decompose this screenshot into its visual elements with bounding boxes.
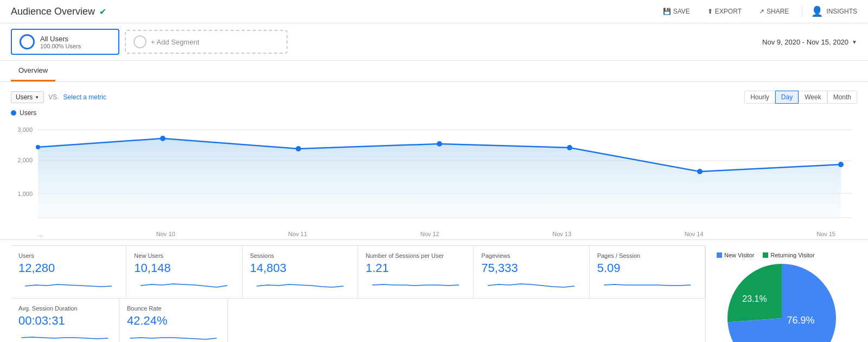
metric-users-label: Users [18, 252, 118, 259]
chart-controls: Users ▼ VS. Select a metric Hourly Day W… [11, 91, 857, 104]
svg-point-10 [296, 146, 301, 151]
pie-legend-dot-returning [763, 252, 768, 258]
svg-text:3,000: 3,000 [17, 126, 33, 133]
x-label-6: Nov 15 [816, 231, 835, 237]
metric-avg-session-value: 00:03:31 [18, 314, 111, 328]
tab-overview[interactable]: Overview [11, 61, 55, 81]
x-label-2: Nov 11 [288, 231, 307, 237]
metric-new-users-label: New Users [134, 252, 234, 259]
verified-icon: ✔ [99, 7, 106, 17]
header: Audience Overview ✔ 💾 SAVE ⬆ EXPORT ↗ SH… [0, 0, 868, 23]
add-segment-label: + Add Segment [151, 38, 199, 46]
header-left: Audience Overview ✔ [11, 6, 106, 17]
pie-legend-label-new: New Visitor [724, 252, 754, 258]
x-label-4: Nov 13 [552, 231, 571, 237]
segments-bar: All Users 100.00% Users + Add Segment No… [0, 23, 868, 61]
save-button[interactable]: 💾 SAVE [659, 5, 694, 17]
svg-point-11 [437, 141, 442, 147]
metric-sessions-per-user-value: 1.21 [366, 261, 465, 275]
segment-info: All Users 100.00% Users [40, 35, 81, 49]
metric-sessions-per-user: Number of Sessions per User 1.21 [358, 246, 474, 299]
pie-section: New Visitor Returning Visitor [705, 245, 857, 342]
tabs-bar: Overview [0, 61, 868, 82]
metric-bounce-rate: Bounce Rate 42.24% [119, 299, 228, 342]
svg-text:76.9%: 76.9% [787, 315, 814, 326]
svg-text:23.1%: 23.1% [742, 294, 767, 303]
svg-text:1,000: 1,000 [17, 191, 33, 197]
x-label-0: ... [38, 231, 43, 237]
metric-new-users-value: 10,148 [134, 261, 234, 275]
metrics-grid-row1: Users 12,280 New Users 10,148 Sessions 1… [11, 245, 705, 299]
svg-text:2,000: 2,000 [17, 157, 33, 163]
chart-section: Users ▼ VS. Select a metric Hourly Day W… [0, 82, 868, 239]
share-button[interactable]: ↗ SHARE [755, 5, 793, 17]
metrics-section: Users 12,280 New Users 10,148 Sessions 1… [0, 239, 868, 342]
pie-legend-new: New Visitor [717, 252, 754, 258]
insights-button[interactable]: 👤 INSIGHTS [811, 5, 857, 17]
pie-chart-container: 76.9% 23.1% [727, 264, 836, 342]
date-range-picker[interactable]: Nov 9, 2020 - Nov 15, 2020 ▼ [762, 29, 857, 55]
metric-users-sparkline [18, 278, 118, 292]
svg-point-9 [160, 136, 165, 141]
metric-select-dropdown[interactable]: Users ▼ [11, 91, 44, 103]
header-right: 💾 SAVE ⬆ EXPORT ↗ SHARE 👤 INSIGHTS [659, 5, 857, 17]
svg-point-12 [567, 145, 572, 150]
vs-label: VS. [48, 93, 59, 101]
pie-chart-svg: 76.9% 23.1% [727, 264, 836, 342]
share-icon: ↗ [759, 8, 764, 15]
add-segment-button[interactable]: + Add Segment [125, 30, 288, 54]
main-chart-container: 3,000 2,000 1,000 [11, 120, 857, 239]
x-axis-labels: ... Nov 10 Nov 11 Nov 12 Nov 13 Nov 14 N… [11, 229, 857, 239]
pie-legend-returning: Returning Visitor [763, 252, 814, 258]
metric-avg-session-label: Avg. Session Duration [18, 305, 111, 312]
metric-users: Users 12,280 [11, 246, 126, 299]
metric-new-users: New Users 10,148 [126, 246, 242, 299]
metric-bounce-rate-sparkline [127, 331, 220, 342]
time-btn-week[interactable]: Week [799, 91, 827, 104]
metric-sessions-per-user-label: Number of Sessions per User [366, 252, 465, 259]
metric-pageviews: Pageviews 75,333 [474, 246, 589, 299]
time-btn-month[interactable]: Month [827, 91, 857, 104]
metric-pageviews-value: 75,333 [481, 261, 581, 275]
metric-sessions-label: Sessions [250, 252, 350, 259]
pie-legend-label-returning: Returning Visitor [770, 252, 814, 258]
metric-pageviews-label: Pageviews [481, 252, 581, 259]
metric-sessions-sparkline [250, 278, 350, 292]
export-icon: ⬆ [707, 8, 713, 15]
metric-avg-session-sparkline [18, 331, 111, 342]
legend-label-users: Users [20, 109, 36, 117]
metric-select-arrow: ▼ [35, 95, 39, 100]
metric-bounce-rate-label: Bounce Rate [127, 305, 220, 312]
x-label-1: Nov 10 [156, 231, 175, 237]
segment-name: All Users [40, 35, 81, 43]
metric-pages-session: Pages / Session 5.09 [590, 246, 705, 299]
metrics-grid-row2: Avg. Session Duration 00:03:31 Bounce Ra… [11, 299, 228, 342]
segment-all-users[interactable]: All Users 100.00% Users [11, 29, 119, 55]
date-range-text: Nov 9, 2020 - Nov 15, 2020 [762, 38, 848, 46]
main-chart-svg: 3,000 2,000 1,000 [11, 120, 857, 229]
metric-select-label: Users [16, 93, 33, 101]
time-btn-day[interactable]: Day [775, 91, 799, 104]
svg-point-13 [697, 169, 703, 174]
save-icon: 💾 [663, 8, 671, 15]
select-metric-link[interactable]: Select a metric [63, 93, 106, 101]
chart-legend: Users [11, 109, 857, 117]
segment-sub: 100.00% Users [40, 43, 81, 49]
legend-dot-users [11, 110, 16, 116]
time-buttons: Hourly Day Week Month [744, 91, 857, 104]
add-segment-circle [133, 35, 146, 48]
segment-circle [20, 34, 35, 49]
page-title: Audience Overview [11, 6, 95, 17]
metric-pages-session-sparkline [597, 278, 697, 292]
pie-legend: New Visitor Returning Visitor [717, 252, 815, 258]
metric-sessions: Sessions 14,803 [242, 246, 358, 299]
time-btn-hourly[interactable]: Hourly [744, 91, 775, 104]
metric-sessions-value: 14,803 [250, 261, 350, 275]
metric-sessions-per-user-sparkline [366, 278, 465, 292]
export-button[interactable]: ⬆ EXPORT [703, 5, 746, 17]
metric-pages-session-value: 5.09 [597, 261, 697, 275]
metrics-left: Users 12,280 New Users 10,148 Sessions 1… [11, 245, 705, 342]
x-label-5: Nov 14 [685, 231, 704, 237]
svg-point-14 [838, 162, 844, 167]
metric-users-value: 12,280 [18, 261, 118, 275]
